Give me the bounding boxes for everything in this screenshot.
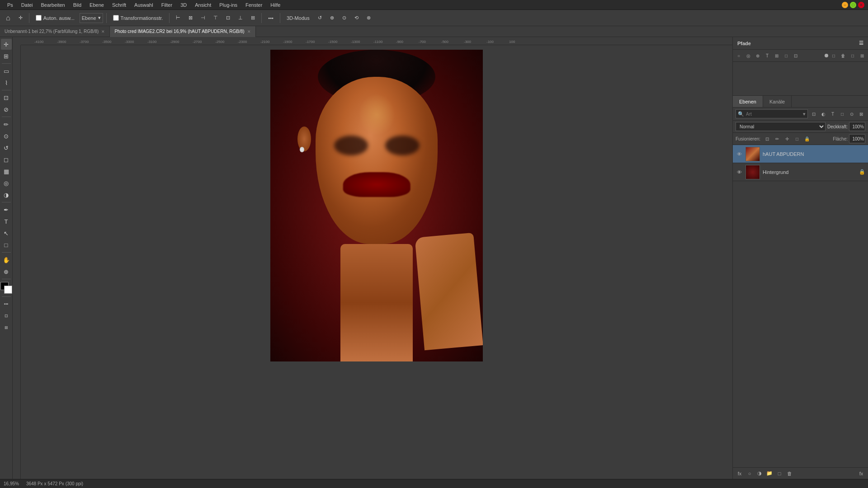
- path-selection-btn[interactable]: ↖: [1, 228, 12, 239]
- tab-1-close[interactable]: ✕: [247, 29, 251, 34]
- path-icon-4[interactable]: T: [763, 52, 771, 60]
- tab-0[interactable]: Unbenannt-1 bei 22,7% (Farbfüllung 1, RG…: [0, 26, 110, 37]
- menu-3d[interactable]: 3D: [177, 1, 190, 9]
- transformations-btn[interactable]: Transformationsstr.: [110, 12, 166, 24]
- canvas-image[interactable]: [270, 50, 483, 361]
- history-brush-btn[interactable]: ↺: [1, 142, 12, 153]
- menu-ansicht[interactable]: Ansicht: [191, 1, 215, 9]
- menu-fenster[interactable]: Fenster: [242, 1, 266, 9]
- 3d-icon-1[interactable]: ↺: [315, 12, 325, 24]
- tab-1[interactable]: Photo cred IMAGE2.CR2 bei 16,9% (hAUT AB…: [110, 26, 255, 37]
- more-options-btn[interactable]: •••: [265, 12, 277, 24]
- align-bottom-btn[interactable]: ⊥: [235, 12, 246, 24]
- transform-checkbox[interactable]: [113, 15, 119, 21]
- fusion-lock-artboard[interactable]: □: [793, 135, 801, 143]
- minimize-button[interactable]: −: [842, 2, 848, 8]
- path-link-btn[interactable]: ⊞: [858, 52, 866, 60]
- menu-filter[interactable]: Filter: [158, 1, 176, 9]
- path-icon-2[interactable]: ◎: [744, 52, 752, 60]
- crop-tool-btn[interactable]: ⊡: [1, 92, 12, 103]
- menu-bearbeiten[interactable]: Bearbeiten: [38, 1, 69, 9]
- auto-select-checkbox[interactable]: [36, 15, 42, 21]
- align-center-h-btn[interactable]: ⊠: [185, 12, 196, 24]
- artboard-tool-btn[interactable]: ⊞: [1, 51, 12, 61]
- 3d-icon-4[interactable]: ⟲: [351, 12, 362, 24]
- path-icon-1[interactable]: ○: [735, 52, 743, 60]
- extra-tools-btn[interactable]: •••: [1, 299, 12, 310]
- align-top-btn[interactable]: ⊤: [210, 12, 221, 24]
- zoom-tool-btn[interactable]: ⊕: [1, 266, 12, 277]
- layer-filter-pixel[interactable]: ⊡: [810, 110, 818, 118]
- layer-1-visibility[interactable]: 👁: [736, 169, 743, 176]
- lasso-tool-btn[interactable]: ⌇: [1, 77, 12, 88]
- tab-0-close[interactable]: ✕: [101, 29, 105, 34]
- layer-0-visibility[interactable]: 👁: [736, 150, 743, 158]
- fusion-lock-all[interactable]: 🔒: [803, 135, 811, 143]
- paths-menu-icon[interactable]: ☰: [859, 40, 863, 46]
- eraser-tool-btn[interactable]: ◻: [1, 154, 12, 165]
- menu-ebene[interactable]: Ebene: [86, 1, 108, 9]
- align-center-v-btn[interactable]: ⊡: [223, 12, 233, 24]
- 3d-mode-btn[interactable]: 3D-Modus: [283, 12, 313, 24]
- layer-group-btn[interactable]: 📁: [765, 469, 774, 478]
- clone-stamp-btn[interactable]: ⊙: [1, 131, 12, 141]
- ps-logo[interactable]: Ps: [4, 1, 17, 9]
- background-color[interactable]: [4, 286, 12, 294]
- path-del-btn[interactable]: 🗑: [839, 52, 847, 60]
- ebene-dropdown[interactable]: Ebene ▾: [80, 13, 103, 23]
- screen-mode-btn[interactable]: ⊞: [1, 322, 12, 333]
- auto-select-btn[interactable]: Auton. ausw...: [33, 12, 78, 24]
- path-icon-5[interactable]: ⊞: [773, 52, 781, 60]
- layer-filter-type[interactable]: T: [829, 110, 837, 118]
- distribute-btn[interactable]: ⊞: [248, 12, 258, 24]
- search-dropdown-icon[interactable]: ▾: [803, 111, 806, 117]
- tool-options-btn[interactable]: ✛: [15, 12, 26, 24]
- layer-mask-btn[interactable]: ○: [745, 469, 754, 478]
- pen-tool-btn[interactable]: ✒: [1, 204, 12, 215]
- layer-adjustment-btn[interactable]: ◑: [755, 469, 764, 478]
- marquee-tool-btn[interactable]: ▭: [1, 66, 12, 76]
- layer-new-btn[interactable]: □: [775, 469, 783, 478]
- menu-hilfe[interactable]: Hilfe: [267, 1, 284, 9]
- fusion-lock-position[interactable]: ✛: [783, 135, 791, 143]
- layer-item-1[interactable]: 👁 Hintergrund 🔒: [733, 163, 868, 181]
- 3d-icon-5[interactable]: ⊗: [363, 12, 374, 24]
- layer-item-0[interactable]: 👁 hAUT ABPUDERN: [733, 145, 868, 163]
- mask-mode-btn[interactable]: ⊡: [1, 310, 12, 321]
- menu-plugins[interactable]: Plug-ins: [216, 1, 241, 9]
- layer-fx-btn[interactable]: fx: [736, 469, 744, 478]
- shape-tool-btn[interactable]: □: [1, 239, 12, 250]
- menu-schrift[interactable]: Schrift: [108, 1, 130, 9]
- fx-icon[interactable]: fx: [857, 469, 865, 478]
- menu-bild[interactable]: Bild: [70, 1, 85, 9]
- path-extra-btn[interactable]: □: [849, 52, 857, 60]
- layer-filter-adjust[interactable]: ◐: [819, 110, 827, 118]
- eyedropper-tool-btn[interactable]: ⊘: [1, 104, 12, 115]
- opacity-input[interactable]: [849, 122, 865, 131]
- blur-tool-btn[interactable]: ◎: [1, 178, 12, 188]
- dodge-tool-btn[interactable]: ◑: [1, 189, 12, 200]
- layer-filter-toggle[interactable]: ⊠: [857, 110, 865, 118]
- path-icon-6[interactable]: □: [782, 52, 790, 60]
- align-left-btn[interactable]: ⊢: [173, 12, 184, 24]
- blend-mode-select[interactable]: Normal: [736, 122, 826, 131]
- fill-input[interactable]: [849, 134, 865, 143]
- layers-search-input[interactable]: [746, 112, 801, 117]
- color-swatches[interactable]: [0, 282, 12, 294]
- home-button[interactable]: ⌂: [3, 12, 14, 24]
- layer-delete-btn[interactable]: 🗑: [785, 469, 793, 478]
- text-tool-btn[interactable]: T: [1, 216, 12, 227]
- gradient-tool-btn[interactable]: ▦: [1, 166, 12, 177]
- path-icon-7[interactable]: ⊡: [792, 52, 800, 60]
- align-right-btn[interactable]: ⊣: [198, 12, 208, 24]
- 3d-icon-3[interactable]: ⊙: [339, 12, 349, 24]
- maximize-button[interactable]: □: [850, 2, 856, 8]
- hand-tool-btn[interactable]: ✋: [1, 254, 12, 265]
- path-add-btn[interactable]: □: [830, 52, 838, 60]
- canvas-area[interactable]: -4100 -3900 -3700 -3500 -3300 -3100 -290…: [13, 37, 732, 479]
- fusion-lock-transparency[interactable]: ⊡: [763, 135, 771, 143]
- brush-tool-btn[interactable]: ✏: [1, 119, 12, 130]
- path-icon-3[interactable]: ⊕: [754, 52, 762, 60]
- layers-search-box[interactable]: 🔍 ▾: [736, 109, 808, 118]
- tab-layers[interactable]: Ebenen: [733, 96, 763, 107]
